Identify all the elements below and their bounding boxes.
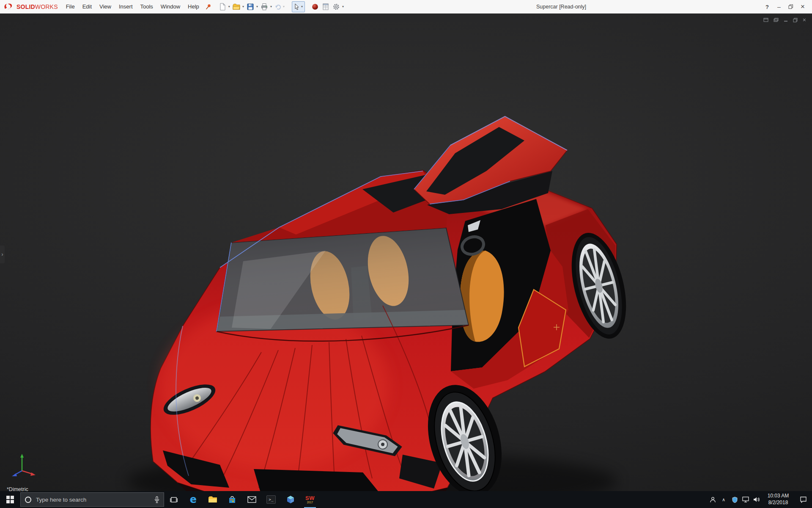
properties-button[interactable] bbox=[321, 1, 331, 12]
cortana-icon bbox=[25, 497, 31, 503]
graphics-viewport[interactable]: × › bbox=[0, 14, 812, 491]
taskbar-app-mail[interactable] bbox=[242, 491, 261, 508]
print-dropdown[interactable]: ▾ bbox=[269, 1, 273, 12]
network-icon bbox=[742, 497, 749, 502]
new-document-button[interactable] bbox=[217, 1, 228, 12]
clock-time: 10:03 AM bbox=[768, 493, 789, 500]
microsoft-store-icon bbox=[228, 495, 236, 504]
windows-taskbar: e >_ bbox=[0, 491, 812, 508]
restore-icon bbox=[788, 4, 793, 9]
doc-window-icon[interactable] bbox=[763, 17, 768, 23]
gear-icon bbox=[332, 3, 340, 11]
taskbar-app-file-explorer[interactable] bbox=[203, 491, 222, 508]
undo-icon bbox=[274, 3, 282, 11]
open-folder-icon bbox=[233, 3, 240, 11]
viewport-canvas-supercar-model[interactable] bbox=[0, 14, 812, 491]
menu-window[interactable]: Window bbox=[157, 0, 184, 14]
undo-button[interactable]: ▾ bbox=[273, 1, 287, 12]
appearance-sphere-icon bbox=[311, 3, 319, 11]
solidworks-2017-icon: SW 2017 bbox=[305, 495, 315, 504]
view-orientation-label: *Dimetric bbox=[7, 486, 28, 492]
taskbar-apps: e >_ bbox=[184, 491, 320, 508]
action-center-button[interactable] bbox=[794, 491, 812, 508]
pushpin-icon bbox=[206, 4, 211, 10]
brand-name: SOLIDWORKS bbox=[16, 3, 58, 10]
open-dropdown[interactable]: ▾ bbox=[241, 1, 245, 12]
mail-icon bbox=[247, 496, 256, 503]
menu-help[interactable]: Help bbox=[184, 0, 203, 14]
solidworks-logo-icon bbox=[3, 3, 14, 10]
command-prompt-icon: >_ bbox=[266, 495, 276, 504]
menu-insert[interactable]: Insert bbox=[115, 0, 137, 14]
menu-bar: File Edit View Insert Tools Window Help bbox=[62, 0, 203, 14]
standard-toolbar: ▾ ▾ ▾ bbox=[217, 1, 345, 12]
taskbar-app-solidworks[interactable]: SW 2017 bbox=[300, 491, 320, 508]
windows-logo-icon bbox=[6, 496, 14, 503]
network-tray-icon[interactable] bbox=[740, 491, 751, 508]
help-button[interactable]: ? bbox=[761, 0, 773, 14]
undo-dropdown[interactable]: ▾ bbox=[282, 1, 285, 12]
person-icon bbox=[710, 497, 716, 503]
new-document-icon bbox=[219, 3, 226, 11]
taskbar-clock[interactable]: 10:03 AM 8/2/2018 bbox=[762, 491, 794, 508]
taskbar-app-store[interactable] bbox=[222, 491, 242, 508]
select-cursor-icon bbox=[293, 3, 300, 11]
task-view-button[interactable] bbox=[164, 491, 184, 508]
options-dropdown[interactable]: ▾ bbox=[341, 1, 345, 12]
edge-icon: e bbox=[190, 494, 197, 505]
search-input[interactable] bbox=[35, 496, 151, 503]
menu-tools[interactable]: Tools bbox=[137, 0, 157, 14]
pin-menu-button[interactable] bbox=[206, 4, 211, 10]
document-title: Supercar [Read-only] bbox=[536, 0, 586, 14]
clock-date: 8/2/2018 bbox=[768, 500, 788, 506]
3d-cube-icon bbox=[286, 495, 295, 504]
volume-tray-icon[interactable] bbox=[751, 491, 762, 508]
doc-restore-icon[interactable] bbox=[793, 17, 798, 23]
app-window-controls: ? – × bbox=[761, 0, 809, 14]
save-dropdown[interactable]: ▾ bbox=[255, 1, 259, 12]
task-view-icon bbox=[170, 497, 178, 503]
restore-button[interactable] bbox=[785, 0, 797, 14]
select-tool-button[interactable]: ▾ bbox=[292, 1, 305, 12]
start-button[interactable] bbox=[0, 491, 20, 508]
minimize-button[interactable]: – bbox=[773, 0, 785, 14]
open-button[interactable] bbox=[231, 1, 241, 12]
doc-cascade-icon[interactable] bbox=[774, 17, 779, 23]
shield-icon bbox=[732, 497, 738, 503]
people-button[interactable] bbox=[707, 491, 718, 508]
menu-view[interactable]: View bbox=[96, 0, 115, 14]
taskbar-search[interactable] bbox=[20, 492, 164, 507]
action-center-icon bbox=[800, 497, 807, 503]
microphone-icon[interactable] bbox=[154, 496, 159, 503]
defender-tray-icon[interactable] bbox=[729, 491, 740, 508]
solidworks-brand: SOLIDWORKS bbox=[0, 3, 62, 10]
save-icon bbox=[247, 3, 254, 11]
speaker-icon bbox=[753, 497, 760, 502]
properties-sheet-icon bbox=[322, 3, 329, 11]
new-document-dropdown[interactable]: ▾ bbox=[228, 1, 231, 12]
feature-manager-collapse-tab[interactable]: › bbox=[0, 246, 5, 263]
menu-edit[interactable]: Edit bbox=[79, 0, 96, 14]
titlebar: SOLIDWORKS File Edit View Insert Tools W… bbox=[0, 0, 812, 14]
system-tray: ∧ 10:03 AM 8/2/2018 bbox=[707, 491, 812, 508]
coordinate-triad bbox=[10, 452, 37, 477]
taskbar-app-command-prompt[interactable]: >_ bbox=[261, 491, 281, 508]
options-button[interactable] bbox=[331, 1, 341, 12]
print-button[interactable] bbox=[259, 1, 269, 12]
taskbar-app-edge[interactable]: e bbox=[184, 491, 203, 508]
doc-minimize-icon[interactable] bbox=[784, 17, 788, 23]
save-button[interactable] bbox=[245, 1, 255, 12]
close-button[interactable]: × bbox=[797, 0, 809, 14]
appearance-button[interactable] bbox=[310, 1, 320, 12]
select-tool-dropdown[interactable]: ▾ bbox=[300, 1, 304, 12]
show-hidden-icons-button[interactable]: ∧ bbox=[718, 491, 729, 508]
menu-file[interactable]: File bbox=[62, 0, 79, 14]
doc-close-icon[interactable]: × bbox=[803, 17, 806, 23]
taskbar-app-3d-viewer[interactable] bbox=[281, 491, 300, 508]
file-explorer-icon bbox=[208, 496, 217, 503]
document-window-controls: × bbox=[763, 17, 806, 23]
print-icon bbox=[261, 3, 268, 11]
